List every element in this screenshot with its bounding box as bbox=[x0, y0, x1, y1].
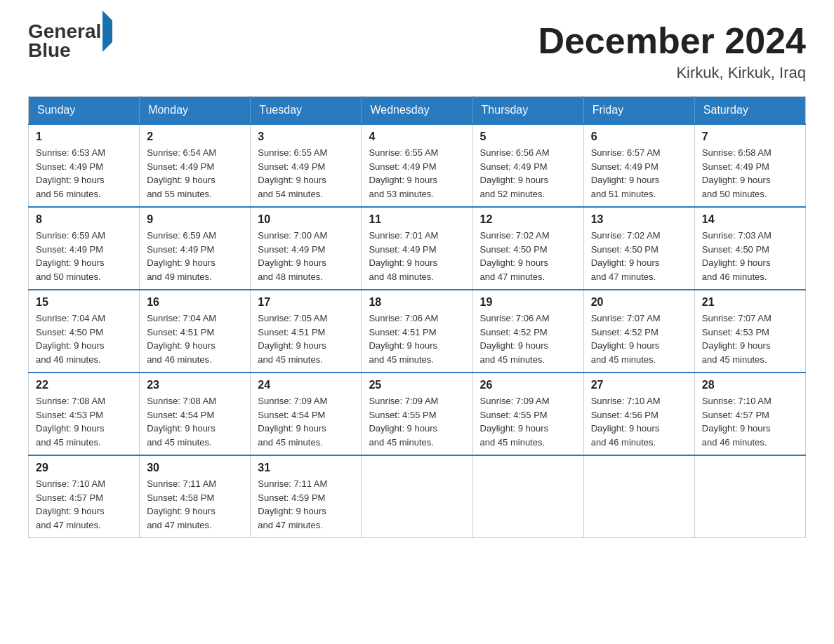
day-info: Sunrise: 7:10 AM Sunset: 4:57 PM Dayligh… bbox=[702, 394, 798, 449]
day-number: 1 bbox=[36, 130, 132, 143]
calendar-cell: 21 Sunrise: 7:07 AM Sunset: 4:53 PM Dayl… bbox=[694, 290, 805, 373]
day-number: 18 bbox=[369, 296, 465, 309]
day-info: Sunrise: 7:11 AM Sunset: 4:58 PM Dayligh… bbox=[147, 477, 243, 532]
day-info: Sunrise: 6:56 AM Sunset: 4:49 PM Dayligh… bbox=[480, 146, 576, 201]
calendar-table: Sunday Monday Tuesday Wednesday Thursday… bbox=[28, 96, 806, 538]
day-number: 6 bbox=[591, 130, 687, 143]
day-info: Sunrise: 7:09 AM Sunset: 4:54 PM Dayligh… bbox=[258, 394, 354, 449]
day-number: 23 bbox=[147, 379, 243, 391]
day-info: Sunrise: 7:09 AM Sunset: 4:55 PM Dayligh… bbox=[369, 394, 465, 449]
day-info: Sunrise: 7:04 AM Sunset: 4:50 PM Dayligh… bbox=[36, 311, 132, 366]
day-number: 26 bbox=[480, 379, 576, 391]
day-info: Sunrise: 7:10 AM Sunset: 4:56 PM Dayligh… bbox=[591, 394, 687, 449]
day-info: Sunrise: 7:08 AM Sunset: 4:53 PM Dayligh… bbox=[36, 394, 132, 449]
day-number: 20 bbox=[591, 296, 687, 309]
calendar-cell bbox=[472, 455, 583, 538]
col-monday: Monday bbox=[140, 97, 251, 125]
day-number: 27 bbox=[591, 379, 687, 391]
day-number: 5 bbox=[480, 130, 576, 143]
calendar-week-row-3: 15 Sunrise: 7:04 AM Sunset: 4:50 PM Dayl… bbox=[29, 290, 806, 373]
day-info: Sunrise: 7:07 AM Sunset: 4:52 PM Dayligh… bbox=[591, 311, 687, 366]
day-number: 14 bbox=[702, 213, 798, 226]
day-number: 10 bbox=[258, 213, 354, 226]
day-number: 24 bbox=[258, 379, 354, 391]
day-number: 22 bbox=[36, 379, 132, 391]
day-number: 31 bbox=[258, 462, 354, 474]
day-number: 29 bbox=[36, 462, 132, 474]
calendar-cell: 3 Sunrise: 6:55 AM Sunset: 4:49 PM Dayli… bbox=[251, 124, 362, 207]
calendar-cell: 23 Sunrise: 7:08 AM Sunset: 4:54 PM Dayl… bbox=[140, 373, 251, 455]
day-info: Sunrise: 6:53 AM Sunset: 4:49 PM Dayligh… bbox=[36, 146, 132, 201]
day-info: Sunrise: 7:04 AM Sunset: 4:51 PM Dayligh… bbox=[147, 311, 243, 366]
col-thursday: Thursday bbox=[472, 97, 583, 125]
day-info: Sunrise: 7:07 AM Sunset: 4:53 PM Dayligh… bbox=[702, 311, 798, 366]
col-wednesday: Wednesday bbox=[362, 97, 472, 125]
day-number: 30 bbox=[147, 462, 243, 474]
day-number: 13 bbox=[591, 213, 687, 226]
calendar-cell: 5 Sunrise: 6:56 AM Sunset: 4:49 PM Dayli… bbox=[472, 124, 583, 207]
calendar-cell: 1 Sunrise: 6:53 AM Sunset: 4:49 PM Dayli… bbox=[29, 124, 140, 207]
day-info: Sunrise: 6:58 AM Sunset: 4:49 PM Dayligh… bbox=[702, 146, 798, 201]
calendar-cell: 31 Sunrise: 7:11 AM Sunset: 4:59 PM Dayl… bbox=[251, 455, 362, 538]
day-number: 3 bbox=[258, 130, 354, 143]
calendar-cell: 19 Sunrise: 7:06 AM Sunset: 4:52 PM Dayl… bbox=[472, 290, 583, 373]
calendar-cell: 9 Sunrise: 6:59 AM Sunset: 4:49 PM Dayli… bbox=[140, 207, 251, 290]
day-number: 2 bbox=[147, 130, 243, 143]
day-number: 7 bbox=[702, 130, 798, 143]
logo-text: General Blue bbox=[28, 21, 112, 62]
day-info: Sunrise: 6:54 AM Sunset: 4:49 PM Dayligh… bbox=[147, 146, 243, 201]
calendar-cell: 24 Sunrise: 7:09 AM Sunset: 4:54 PM Dayl… bbox=[251, 373, 362, 455]
col-saturday: Saturday bbox=[694, 97, 805, 125]
day-info: Sunrise: 6:55 AM Sunset: 4:49 PM Dayligh… bbox=[369, 146, 465, 201]
calendar-cell: 20 Sunrise: 7:07 AM Sunset: 4:52 PM Dayl… bbox=[583, 290, 694, 373]
calendar-cell: 8 Sunrise: 6:59 AM Sunset: 4:49 PM Dayli… bbox=[29, 207, 140, 290]
day-info: Sunrise: 6:55 AM Sunset: 4:49 PM Dayligh… bbox=[258, 146, 354, 201]
calendar-subtitle: Kirkuk, Kirkuk, Iraq bbox=[538, 64, 806, 82]
calendar-cell: 22 Sunrise: 7:08 AM Sunset: 4:53 PM Dayl… bbox=[29, 373, 140, 455]
col-sunday: Sunday bbox=[29, 97, 140, 125]
day-number: 11 bbox=[369, 213, 465, 226]
day-info: Sunrise: 6:59 AM Sunset: 4:49 PM Dayligh… bbox=[36, 229, 132, 283]
calendar-week-row-5: 29 Sunrise: 7:10 AM Sunset: 4:57 PM Dayl… bbox=[29, 455, 806, 538]
calendar-cell bbox=[694, 455, 805, 538]
calendar-cell: 6 Sunrise: 6:57 AM Sunset: 4:49 PM Dayli… bbox=[583, 124, 694, 207]
calendar-cell: 15 Sunrise: 7:04 AM Sunset: 4:50 PM Dayl… bbox=[29, 290, 140, 373]
calendar-cell: 16 Sunrise: 7:04 AM Sunset: 4:51 PM Dayl… bbox=[140, 290, 251, 373]
calendar-cell: 7 Sunrise: 6:58 AM Sunset: 4:49 PM Dayli… bbox=[694, 124, 805, 207]
day-info: Sunrise: 7:02 AM Sunset: 4:50 PM Dayligh… bbox=[591, 229, 687, 283]
calendar-cell: 18 Sunrise: 7:06 AM Sunset: 4:51 PM Dayl… bbox=[362, 290, 472, 373]
day-info: Sunrise: 7:06 AM Sunset: 4:52 PM Dayligh… bbox=[480, 311, 576, 366]
calendar-week-row-4: 22 Sunrise: 7:08 AM Sunset: 4:53 PM Dayl… bbox=[29, 373, 806, 455]
col-tuesday: Tuesday bbox=[251, 97, 362, 125]
logo: General Blue bbox=[28, 21, 112, 62]
calendar-cell: 13 Sunrise: 7:02 AM Sunset: 4:50 PM Dayl… bbox=[583, 207, 694, 290]
calendar-cell: 25 Sunrise: 7:09 AM Sunset: 4:55 PM Dayl… bbox=[362, 373, 472, 455]
logo-arrow-icon bbox=[102, 11, 112, 52]
calendar-week-row-2: 8 Sunrise: 6:59 AM Sunset: 4:49 PM Dayli… bbox=[29, 207, 806, 290]
day-number: 8 bbox=[36, 213, 132, 226]
calendar-cell bbox=[583, 455, 694, 538]
day-number: 17 bbox=[258, 296, 354, 309]
calendar-week-row-1: 1 Sunrise: 6:53 AM Sunset: 4:49 PM Dayli… bbox=[29, 124, 806, 207]
calendar-cell: 27 Sunrise: 7:10 AM Sunset: 4:56 PM Dayl… bbox=[583, 373, 694, 455]
calendar-cell: 17 Sunrise: 7:05 AM Sunset: 4:51 PM Dayl… bbox=[251, 290, 362, 373]
day-info: Sunrise: 7:01 AM Sunset: 4:49 PM Dayligh… bbox=[369, 229, 465, 283]
calendar-cell: 10 Sunrise: 7:00 AM Sunset: 4:49 PM Dayl… bbox=[251, 207, 362, 290]
day-info: Sunrise: 7:06 AM Sunset: 4:51 PM Dayligh… bbox=[369, 311, 465, 366]
calendar-cell: 12 Sunrise: 7:02 AM Sunset: 4:50 PM Dayl… bbox=[472, 207, 583, 290]
day-number: 21 bbox=[702, 296, 798, 309]
page-header: General Blue December 2024 Kirkuk, Kirku… bbox=[28, 21, 806, 82]
calendar-cell: 4 Sunrise: 6:55 AM Sunset: 4:49 PM Dayli… bbox=[362, 124, 472, 207]
day-info: Sunrise: 6:57 AM Sunset: 4:49 PM Dayligh… bbox=[591, 146, 687, 201]
day-info: Sunrise: 7:09 AM Sunset: 4:55 PM Dayligh… bbox=[480, 394, 576, 449]
day-number: 15 bbox=[36, 296, 132, 309]
day-number: 12 bbox=[480, 213, 576, 226]
day-info: Sunrise: 7:05 AM Sunset: 4:51 PM Dayligh… bbox=[258, 311, 354, 366]
day-number: 28 bbox=[702, 379, 798, 391]
title-section: December 2024 Kirkuk, Kirkuk, Iraq bbox=[538, 21, 806, 82]
day-info: Sunrise: 6:59 AM Sunset: 4:49 PM Dayligh… bbox=[147, 229, 243, 283]
day-info: Sunrise: 7:03 AM Sunset: 4:50 PM Dayligh… bbox=[702, 229, 798, 283]
day-info: Sunrise: 7:08 AM Sunset: 4:54 PM Dayligh… bbox=[147, 394, 243, 449]
calendar-cell: 29 Sunrise: 7:10 AM Sunset: 4:57 PM Dayl… bbox=[29, 455, 140, 538]
day-info: Sunrise: 7:11 AM Sunset: 4:59 PM Dayligh… bbox=[258, 477, 354, 532]
